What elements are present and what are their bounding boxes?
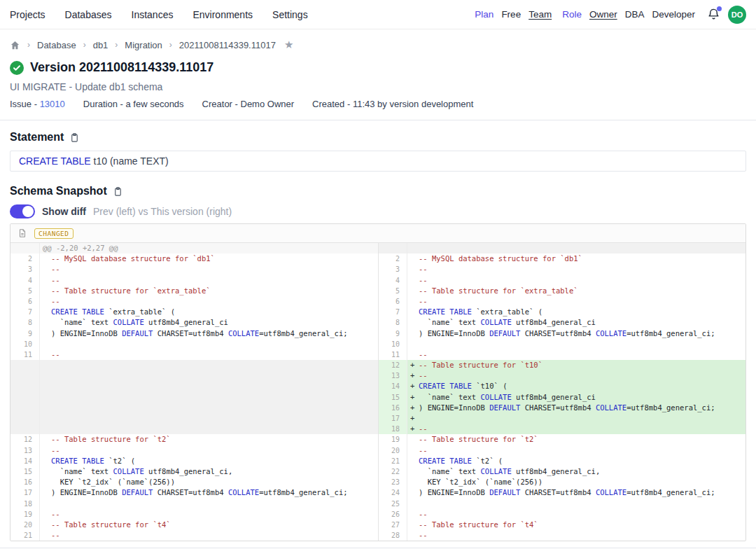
code-line-left: -- bbox=[40, 530, 378, 541]
nav-item-settings[interactable]: Settings bbox=[272, 9, 308, 20]
chevron-right-icon: › bbox=[83, 40, 86, 50]
line-number-right: 7 bbox=[378, 307, 407, 317]
line-number-left: 8 bbox=[10, 317, 40, 328]
star-icon[interactable]: ★ bbox=[284, 39, 293, 51]
sql-comment: -- Table structure for `t4` bbox=[419, 520, 538, 529]
notification-bell-icon[interactable] bbox=[707, 8, 720, 21]
nav-item-instances[interactable]: Instances bbox=[132, 9, 174, 20]
copy-snapshot-icon[interactable] bbox=[113, 186, 123, 197]
line-number-left bbox=[10, 370, 40, 381]
code-line-left: `name` text COLLATE utf8mb4_general_ci, bbox=[40, 466, 378, 477]
code-line-right: `name` text COLLATE utf8mb4_general_ci, bbox=[407, 466, 746, 477]
add-marker: + bbox=[410, 424, 419, 434]
issue-link[interactable]: 13010 bbox=[40, 99, 65, 109]
code-line-left bbox=[40, 339, 378, 349]
line-number-right: 3 bbox=[378, 264, 407, 274]
sql-keyword: COLLATE bbox=[481, 393, 512, 401]
add-marker: + bbox=[410, 370, 419, 381]
code-line-right: + bbox=[407, 413, 746, 424]
diff-row: 15+ `name` text COLLATE utf8mb4_general_… bbox=[10, 392, 746, 403]
page-title: Version 20211008114339.11017 bbox=[30, 60, 214, 75]
show-diff-label: Show diff bbox=[42, 206, 86, 217]
line-number-right: 10 bbox=[378, 339, 407, 349]
code-line-left: -- Table structure for `t4` bbox=[40, 520, 378, 530]
role-dba: DBA bbox=[625, 9, 645, 20]
version-header: Version 20211008114339.11017 bbox=[10, 60, 746, 75]
breadcrumb-item[interactable]: Migration bbox=[125, 40, 162, 50]
sql-keyword: COLLATE bbox=[113, 467, 144, 475]
sql-comment: -- bbox=[419, 510, 428, 518]
sql-keyword: COLLATE bbox=[596, 329, 626, 338]
line-number-right bbox=[378, 243, 407, 253]
code-line-right: -- MySQL database structure for `db1` bbox=[407, 253, 746, 264]
sql-comment: -- bbox=[51, 350, 60, 359]
line-number-right: 23 bbox=[378, 477, 407, 487]
show-diff-toggle[interactable] bbox=[10, 204, 35, 218]
diff-row: 13+-- bbox=[10, 370, 746, 381]
code-line-right bbox=[407, 339, 746, 349]
sql-comment: -- Table structure for `t4` bbox=[51, 520, 171, 529]
code-line-left: ) ENGINE=InnoDB DEFAULT CHARSET=utf8mb4 … bbox=[40, 328, 378, 339]
code-line-right: +-- bbox=[407, 370, 746, 381]
diff-row: 17+ bbox=[10, 413, 746, 424]
nav-item-projects[interactable]: Projects bbox=[10, 9, 46, 20]
code-line-right: ) ENGINE=InnoDB DEFAULT CHARSET=utf8mb4 … bbox=[407, 328, 746, 339]
divider bbox=[0, 120, 756, 120]
line-number-right: 14 bbox=[378, 381, 407, 391]
line-number-left: 20 bbox=[10, 520, 40, 530]
line-number-left: 14 bbox=[10, 456, 40, 466]
code-line-right: -- Table structure for `t2` bbox=[407, 434, 746, 445]
code-line-left: -- bbox=[40, 509, 378, 520]
sql-comment: -- bbox=[51, 531, 60, 539]
plan-value: Free bbox=[501, 9, 521, 20]
code-line-right: CREATE TABLE `extra_table` ( bbox=[407, 307, 746, 317]
role-owner-link[interactable]: Owner bbox=[589, 9, 617, 20]
home-icon[interactable] bbox=[10, 40, 20, 50]
diff-row: 15 `name` text COLLATE utf8mb4_general_c… bbox=[10, 466, 746, 477]
line-number-left bbox=[10, 243, 40, 253]
breadcrumb-item[interactable]: db1 bbox=[93, 40, 108, 50]
code-line-left: -- bbox=[40, 445, 378, 456]
sql-keyword: DEFAULT bbox=[489, 329, 520, 338]
diff-row: 20-- Table structure for `t4`27-- Table … bbox=[10, 520, 746, 530]
code-line-right: +) ENGINE=InnoDB DEFAULT CHARSET=utf8mb4… bbox=[407, 403, 746, 413]
diff-row: @@ -2,20 +2,27 @@ bbox=[10, 243, 746, 253]
code-line-right: -- bbox=[407, 296, 746, 307]
diff-row: 21--28-- bbox=[10, 530, 746, 541]
line-number-right: 28 bbox=[378, 530, 407, 541]
avatar[interactable]: DO bbox=[728, 6, 746, 24]
snapshot-heading: Schema Snapshot bbox=[10, 185, 107, 197]
line-number-left bbox=[10, 403, 40, 413]
code-line-left bbox=[40, 392, 378, 403]
code-line-right: -- Table structure for `extra_table` bbox=[407, 286, 746, 296]
line-number-right: 22 bbox=[378, 466, 407, 477]
line-number-right: 26 bbox=[378, 509, 407, 520]
copy-statement-icon[interactable] bbox=[69, 132, 80, 143]
nav-item-environments[interactable]: Environments bbox=[192, 9, 253, 20]
line-number-right: 21 bbox=[378, 456, 407, 466]
role-developer: Developer bbox=[652, 9, 695, 20]
breadcrumb-item[interactable]: Database bbox=[37, 40, 76, 50]
code-line-left: -- bbox=[40, 264, 378, 274]
code-line-right: -- bbox=[407, 509, 746, 520]
team-link[interactable]: Team bbox=[528, 9, 552, 20]
code-line-right: +-- Table structure for `t10` bbox=[407, 360, 746, 370]
diff-row: 13--20-- bbox=[10, 445, 746, 456]
code-line-left: -- bbox=[40, 349, 378, 360]
sql-keyword: TABLE bbox=[449, 307, 472, 316]
code-line-right bbox=[407, 243, 746, 253]
breadcrumb-item[interactable]: 20211008114339.11017 bbox=[179, 40, 276, 50]
line-number-left bbox=[10, 381, 40, 391]
sql-keyword: COLLATE bbox=[481, 318, 512, 326]
breadcrumb: ›Database›db1›Migration›20211008114339.1… bbox=[0, 29, 756, 51]
line-number-left bbox=[10, 360, 40, 370]
sql-comment: -- bbox=[419, 276, 428, 284]
nav-item-databases[interactable]: Databases bbox=[65, 9, 112, 20]
sql-comment: -- MySQL database structure for `db1` bbox=[51, 254, 215, 263]
plan-label: Plan bbox=[475, 9, 493, 20]
sql-comment: -- bbox=[419, 446, 428, 454]
line-number-left: 19 bbox=[10, 509, 40, 520]
add-marker: + bbox=[410, 403, 419, 413]
diff-row: 7CREATE TABLE `extra_table` (7CREATE TAB… bbox=[10, 307, 746, 317]
line-number-left: 12 bbox=[10, 434, 40, 445]
